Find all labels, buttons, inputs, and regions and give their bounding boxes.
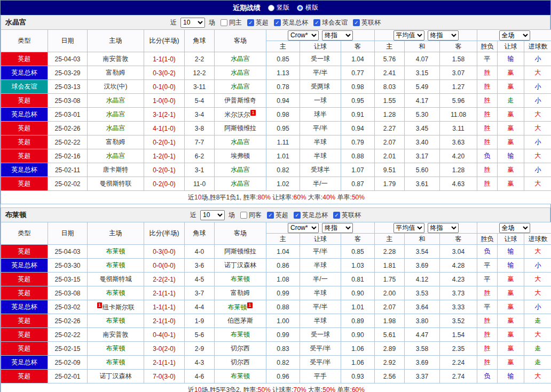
score: 2-2(2-1) <box>144 273 185 286</box>
filter-checkbox[interactable]: ✓英联杯 <box>333 211 361 220</box>
corners: 4-0 <box>185 245 215 259</box>
filter-checkbox[interactable]: 同客 <box>240 211 262 220</box>
avg-draw: 3.17 <box>405 149 440 163</box>
summary-stat-label: 让球率: <box>271 386 294 392</box>
summary-stat-label: 单率: <box>335 194 352 201</box>
column-header: 角球 <box>185 222 215 245</box>
checkbox-checked-icon[interactable]: ✓ <box>353 19 360 26</box>
sub-column-header: 进球数 <box>524 41 551 52</box>
filter-checkbox-label: 同客 <box>249 211 262 220</box>
checkbox-unchecked-icon[interactable] <box>240 212 247 219</box>
layout-radio-horizontal[interactable]: 横版 <box>297 3 318 12</box>
odds-source-select[interactable]: 终指 <box>322 223 353 233</box>
games-label: 场 <box>209 18 215 27</box>
result-handicap: 赢 <box>498 286 524 300</box>
handicap-line: 半球 <box>300 314 341 328</box>
odds-home: 1.02 <box>266 177 300 191</box>
near-label: 近 <box>170 18 177 27</box>
odds-away: 0.77 <box>341 66 375 80</box>
filter-checkbox-label: 英足总杯 <box>282 18 308 27</box>
avg-home: 1.79 <box>375 177 405 191</box>
away-team: 切尔西 <box>215 342 266 356</box>
result-wdl: 平 <box>477 259 498 273</box>
result-wdl: 胜 <box>477 122 498 135</box>
odds-away: 0.88 <box>341 149 375 163</box>
odds-source-select[interactable]: 全场 <box>499 30 530 41</box>
sub-column-header: 让球 <box>300 234 341 245</box>
odds-source-select[interactable]: Crow* <box>288 223 319 233</box>
filter-checkbox[interactable]: ✓英联杯 <box>353 18 381 27</box>
match-row: 英超25-02-15布莱顿3-0(2-0)2-9切尔西0.83受平/半1.062… <box>1 342 551 356</box>
checkbox-checked-icon[interactable]: ✓ <box>274 19 281 26</box>
sub-column-header: 让球 <box>498 234 524 245</box>
score: 0-4(0-1) <box>144 328 185 342</box>
checkbox-checked-icon[interactable]: ✓ <box>247 19 254 26</box>
odds-source-select[interactable]: Crow* <box>288 30 319 41</box>
league-badge: 英超 <box>1 273 48 286</box>
odds-home: 1.11 <box>266 135 300 149</box>
odds-source-select[interactable]: 平均值 <box>393 30 424 41</box>
away-team: 埃弗顿 <box>215 149 266 163</box>
team-section: 布莱顿近10场同客✓英超✓英足总杯✓英联杯类型日期主场比分(半场)角球客场Cro… <box>1 207 550 392</box>
odds-home: 0.95 <box>266 122 300 135</box>
odds-source-select[interactable]: 终指 <box>428 223 459 233</box>
radio-checked-icon[interactable] <box>297 5 303 11</box>
filter-checkbox[interactable]: ✓英足总杯 <box>294 211 328 220</box>
checkbox-checked-icon[interactable]: ✓ <box>333 212 340 219</box>
avg-home: 2.00 <box>375 286 405 300</box>
checkbox-unchecked-icon[interactable] <box>221 19 227 26</box>
sub-column-header: 主 <box>375 41 405 52</box>
filter-checkbox[interactable]: ✓球会友谊 <box>313 18 348 27</box>
filter-checkbox[interactable]: ✓英超 <box>267 211 288 220</box>
filter-checkbox[interactable]: ✓英足总杯 <box>274 18 308 27</box>
checkbox-checked-icon[interactable]: ✓ <box>313 19 320 26</box>
summary-stat-value: 60% <box>352 386 365 392</box>
result-handicap: 输 <box>498 245 524 259</box>
avg-away: 4.23 <box>440 273 477 286</box>
column-header: 类型 <box>1 30 48 52</box>
match-row: 英超25-02-02曼彻斯特联0-2(0-0)11-0水晶宫1.02半/一0.8… <box>1 177 551 191</box>
sub-column-header: 进球数 <box>524 234 551 245</box>
avg-away: 4.28 <box>440 259 477 273</box>
avg-draw: 4.07 <box>405 52 440 66</box>
odds-source-select[interactable]: 终指 <box>322 30 353 41</box>
sub-column-header: 胜负 <box>477 234 498 245</box>
corners: 7-7 <box>185 135 215 149</box>
odds-source-select[interactable]: 全场 <box>499 223 530 233</box>
result-wdl: 负 <box>477 245 498 259</box>
result-wdl: 胜 <box>477 356 498 370</box>
league-badge: 英足总杯 <box>1 356 48 370</box>
odds-home: 1.04 <box>266 245 300 259</box>
odds-source-select[interactable]: 终指 <box>428 30 459 41</box>
odds-away: 1.06 <box>341 356 375 370</box>
result-handicap: 输 <box>498 259 524 273</box>
corners: 3-8 <box>185 122 215 135</box>
away-team: 布莱顿 <box>215 370 266 383</box>
away-team: 切尔西 <box>215 356 266 370</box>
match-row: 英足总杯25-02-11唐卡斯特0-2(0-1)3-1水晶宫0.82受球半1.0… <box>1 163 551 177</box>
league-badge: 英超 <box>1 122 48 135</box>
match-count-select[interactable]: 10 <box>200 210 225 220</box>
filter-checkbox[interactable]: ✓英超 <box>247 18 269 27</box>
checkbox-checked-icon[interactable]: ✓ <box>267 212 274 219</box>
result-wdl: 平 <box>477 273 498 286</box>
radio-unchecked-icon[interactable] <box>268 5 274 11</box>
result-wdl: 负 <box>477 370 498 383</box>
filter-checkbox[interactable]: 同主 <box>221 18 242 27</box>
summary-stat-value: 10 <box>194 386 201 392</box>
sub-column-header: 胜负 <box>477 41 498 52</box>
score: 0-3(0-0) <box>144 245 185 259</box>
score: 0-2(0-1) <box>144 135 185 149</box>
match-row: 英足总杯25-03-30布莱顿0-0(0-0)3-6诺丁汉森林0.86半球1.0… <box>1 259 551 273</box>
corners: 4-5 <box>185 273 215 286</box>
avg-home: 2.92 <box>375 356 405 370</box>
match-date: 25-02-09 <box>48 356 88 370</box>
layout-radio-vertical[interactable]: 竖版 <box>268 3 289 12</box>
odds-home: 0.94 <box>266 94 300 108</box>
odds-source-select[interactable]: 平均值 <box>393 223 424 233</box>
checkbox-checked-icon[interactable]: ✓ <box>294 212 301 219</box>
avg-away: 3.04 <box>440 245 477 259</box>
match-count-select[interactable]: 10 <box>180 18 205 28</box>
summary-stat-value: 40% <box>322 194 335 201</box>
avg-away: 2.74 <box>440 370 477 383</box>
